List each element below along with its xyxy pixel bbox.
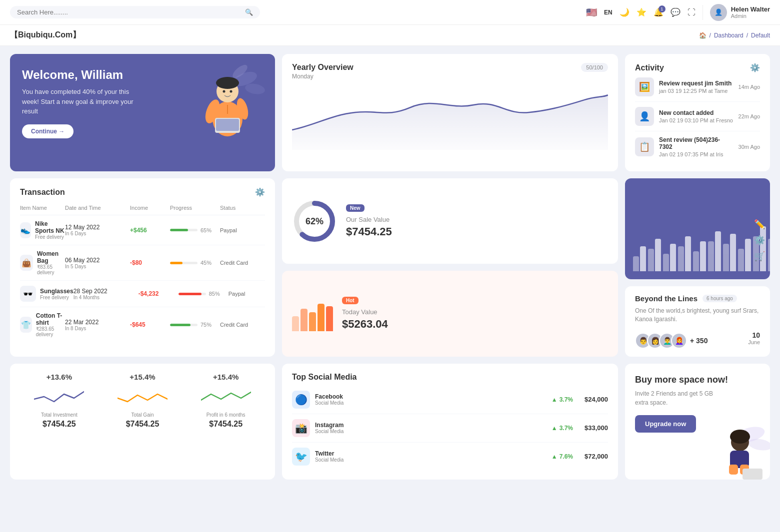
item-icon-2: 🕶️ xyxy=(20,286,36,302)
col-income: Income xyxy=(130,205,170,211)
plus-count: + 350 xyxy=(690,337,708,345)
user-role: Admin xyxy=(731,13,770,19)
donut-percent: 62% xyxy=(306,216,324,226)
activity-desc-0: jan 03 19 12:25 PM at Tame xyxy=(659,88,734,94)
progress-fill-0 xyxy=(170,229,188,231)
stat-item-2: +15.4% Profit in 6 months $7454.25 xyxy=(186,373,265,429)
breadcrumb-bar: 【Biqubiqu.Com】 🏠 / Dashboard / Default xyxy=(0,25,780,46)
search-box[interactable]: 🔍 xyxy=(10,6,260,18)
fullscreen-icon[interactable]: ⛶ xyxy=(688,8,696,17)
col-date: Date and Time xyxy=(65,205,130,211)
chart-bar xyxy=(655,239,661,271)
social-row: 📸 Instagram Social Media ▲ 3.7% $33,000 xyxy=(292,414,608,443)
activity-thumb-0: 🖼️ xyxy=(635,77,654,96)
yearly-badge: 50/100 xyxy=(581,63,608,72)
chart-bar xyxy=(745,239,751,271)
upgrade-button[interactable]: Upgrade now xyxy=(635,415,696,433)
home-icon[interactable]: 🏠 xyxy=(699,32,706,39)
search-icon: 🔍 xyxy=(245,8,253,16)
upgrade-desc: Invite 2 Friends and get 5 GB extra spac… xyxy=(635,389,715,407)
income-cell-1: -$80 xyxy=(130,259,170,266)
chart-edit-icon[interactable]: ✏️ xyxy=(754,219,765,230)
chart-bar xyxy=(715,231,721,271)
social-amount-0: $24,000 xyxy=(578,396,608,403)
bar-group xyxy=(768,229,770,271)
stat-pct-2: +15.4% xyxy=(213,373,238,381)
today-value-bars xyxy=(292,296,333,331)
pct-label-2: 85% xyxy=(209,291,220,297)
status-cell-2: Paypal xyxy=(228,291,274,297)
transaction-title: Transaction xyxy=(20,188,65,197)
item-cell-2: 🕶️ Sunglasses Free delivery xyxy=(20,286,74,302)
today-value-card: Hot Today Value $5263.04 xyxy=(282,271,618,356)
social-type-0: Social Media xyxy=(315,400,546,406)
col-progress: Progress xyxy=(170,205,220,211)
item-name-0: Nike Sports NK xyxy=(35,220,65,234)
social-emoji-1: 📸 xyxy=(295,422,308,434)
progress-bar-3 xyxy=(170,324,198,326)
transaction-gear-icon[interactable]: ⚙️ xyxy=(255,187,265,197)
status-cell-1: Credit Card xyxy=(220,260,265,266)
activity-thumb-2: 📋 xyxy=(635,137,654,156)
stats-mini-card: +13.6% Total Investment $7454.25 +15.4% … xyxy=(10,364,275,480)
chart-bar xyxy=(723,244,729,271)
event-date-month: June xyxy=(748,339,760,345)
continue-button[interactable]: Continue → xyxy=(22,124,74,138)
svg-point-7 xyxy=(216,77,239,89)
social-list: 🔵 Facebook Social Media ▲ 3.7% $24,000 📸… xyxy=(292,386,608,471)
user-info[interactable]: 👤 Helen Walter Admin xyxy=(710,4,770,21)
activity-desc-2: Jan 02 19 07:35 PM at Iris xyxy=(659,151,734,157)
activity-gear-icon[interactable]: ⚙️ xyxy=(750,63,760,72)
item-sub-1: ₹83.65 delivery xyxy=(37,264,65,275)
col-item: Item Name xyxy=(20,205,65,211)
bar-group xyxy=(648,239,661,271)
search-input[interactable] xyxy=(17,8,241,16)
chart-bar xyxy=(670,244,676,271)
chart-bar xyxy=(730,234,736,271)
bar-group xyxy=(633,246,646,271)
social-growth-1: ▲ 3.7% xyxy=(552,425,573,432)
social-row: 🔵 Facebook Social Media ▲ 3.7% $24,000 xyxy=(292,386,608,414)
activity-time-2: 30m Ago xyxy=(738,144,760,150)
nav-right: 🇺🇸 EN 🌙 ⭐ 🔔 1 💬 ⛶ 👤 Helen Walter Admin xyxy=(586,4,770,21)
stat-value-2: $7454.25 xyxy=(209,420,242,429)
star-icon[interactable]: ⭐ xyxy=(636,7,646,17)
chart-gear-icon[interactable]: ⚙️ xyxy=(754,235,765,246)
lang-button[interactable]: EN xyxy=(604,9,612,16)
sale-donut-chart: 62% xyxy=(292,199,337,244)
item-icon-1: 👜 xyxy=(20,255,33,271)
breadcrumb-sep2: / xyxy=(746,32,748,39)
mid-row: Transaction ⚙️ Item Name Date and Time I… xyxy=(10,178,770,357)
social-info-1: Instagram Social Media xyxy=(315,422,546,434)
item-info-2: Sunglasses Free delivery xyxy=(40,288,74,300)
activity-text-2: Sent review (504)236-7302 Jan 02 19 07:3… xyxy=(659,136,734,157)
breadcrumb-default: Default xyxy=(751,32,770,39)
svg-point-9 xyxy=(230,90,232,93)
chart-shop-icon[interactable]: 🛒 xyxy=(754,251,765,262)
chart-bar xyxy=(708,241,714,271)
stat-item-1: +15.4% Total Gain $7454.25 xyxy=(104,373,182,429)
message-icon[interactable]: 💬 xyxy=(670,7,680,17)
notification-icon[interactable]: 🔔 1 xyxy=(654,7,664,17)
date-sub-3: In 8 Days xyxy=(65,326,130,331)
top-navigation: 🔍 🇺🇸 EN 🌙 ⭐ 🔔 1 💬 ⛶ 👤 Helen Walter Admin xyxy=(0,0,780,25)
chart-bar xyxy=(663,254,669,271)
income-cell-0: +$456 xyxy=(130,227,170,234)
social-icon-0: 🔵 xyxy=(292,391,310,409)
chart-bar xyxy=(678,246,684,271)
transaction-rows: 👟 Nike Sports NK Free delivery 12 May 20… xyxy=(20,215,265,342)
social-name-2: Twitter xyxy=(315,450,546,457)
stat-pct-0: +13.6% xyxy=(46,373,72,381)
bottom-row: +13.6% Total Investment $7454.25 +15.4% … xyxy=(10,364,770,480)
social-icon-2: 🐦 xyxy=(292,448,310,466)
user-details: Helen Walter Admin xyxy=(731,5,770,19)
chart-bar xyxy=(640,246,646,271)
beyond-title: Beyond the Lines xyxy=(635,294,698,303)
progress-fill-1 xyxy=(170,262,182,264)
activity-card: Activity ⚙️ 🖼️ Review request jim Smith … xyxy=(625,54,770,171)
activity-item: 📋 Sent review (504)236-7302 Jan 02 19 07… xyxy=(635,131,760,162)
today-hot-badge: Hot xyxy=(342,297,358,304)
social-name-0: Facebook xyxy=(315,393,546,400)
breadcrumb-dashboard[interactable]: Dashboard xyxy=(714,32,744,39)
dark-mode-icon[interactable]: 🌙 xyxy=(620,7,630,17)
